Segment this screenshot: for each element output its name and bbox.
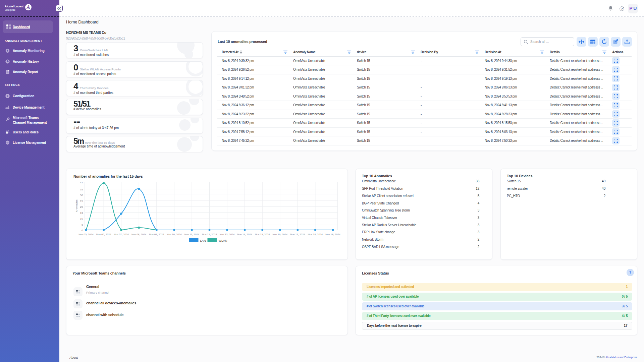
svg-text:Nov 14, 2024: Nov 14, 2024 [237, 233, 252, 236]
svg-text:Nov 12, 2024: Nov 12, 2024 [202, 233, 217, 236]
svg-text:0: 0 [82, 229, 83, 232]
svg-text:Nov 08, 2024: Nov 08, 2024 [131, 233, 147, 236]
svg-text:Nov 05, 2024: Nov 05, 2024 [78, 233, 94, 236]
svg-text:Nov 07, 2024: Nov 07, 2024 [114, 233, 129, 236]
svg-text:25: 25 [80, 200, 83, 203]
svg-text:20: 20 [80, 205, 83, 208]
svg-text:15: 15 [80, 212, 83, 215]
svg-text:41: 41 [80, 181, 83, 184]
svg-text:Nov 06, 2024: Nov 06, 2024 [96, 233, 111, 236]
svg-text:10: 10 [80, 217, 83, 220]
svg-text:Nov 17, 2024: Nov 17, 2024 [290, 233, 305, 236]
svg-text:5: 5 [82, 223, 83, 226]
svg-text:Nov 19, 2024: Nov 19, 2024 [325, 233, 340, 236]
svg-text:WLAN: WLAN [219, 239, 227, 242]
svg-text:Nov 16, 2024: Nov 16, 2024 [272, 233, 287, 236]
svg-text:Anomalies: Anomalies [75, 199, 78, 212]
svg-text:Nov 13, 2024: Nov 13, 2024 [220, 233, 235, 236]
svg-text:30: 30 [80, 194, 83, 197]
svg-text:Nov 10, 2024: Nov 10, 2024 [167, 233, 182, 236]
svg-text:Nov 09, 2024: Nov 09, 2024 [149, 233, 164, 236]
svg-text:?: ? [621, 7, 623, 10]
svg-text:Nov 15, 2024: Nov 15, 2024 [255, 233, 270, 236]
svg-text:LAN: LAN [200, 239, 206, 242]
svg-text:Nov 11, 2024: Nov 11, 2024 [184, 233, 199, 236]
svg-text:Nov 18, 2024: Nov 18, 2024 [308, 233, 323, 236]
svg-text:35: 35 [80, 188, 83, 191]
